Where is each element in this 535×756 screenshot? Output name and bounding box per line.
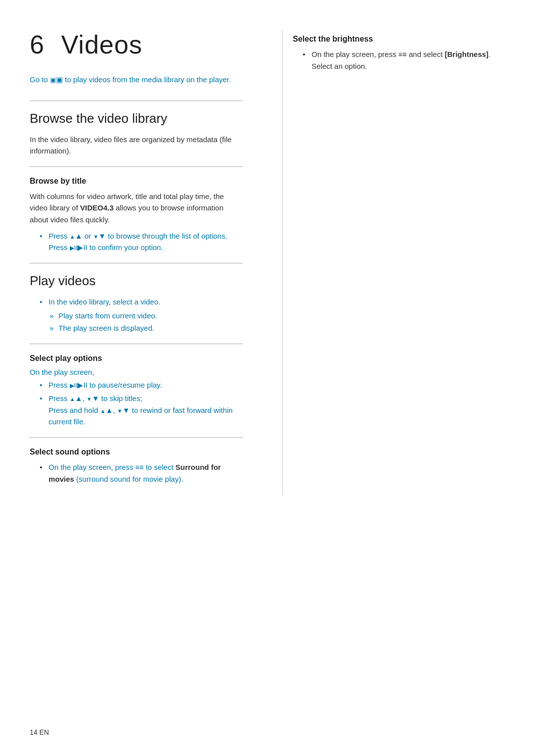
play-videos-sublist: Play starts from current video. The play… <box>40 310 243 334</box>
up-icon-2: ▲ <box>70 394 83 403</box>
brightness-label: [Brightness] <box>445 50 488 58</box>
browse-by-title-list: Press ▲ or ▼ to browse through the list … <box>30 230 243 253</box>
divider-2 <box>30 166 243 167</box>
play-videos-title: Play videos <box>30 273 243 289</box>
on-play-screen-label: On the play screen, <box>30 368 243 376</box>
play-pause-icon: ▶II <box>70 243 88 252</box>
down-icon-3: ▼ <box>117 406 130 414</box>
play-opt2-comma: , <box>82 394 86 403</box>
play-sub-item-2: The play screen is displayed. <box>50 322 243 334</box>
product-name: VIDEO4.3 <box>80 203 114 212</box>
up-icon-3: ▲ <box>100 406 113 414</box>
play-options-list: Press ▶II to pause/resume play. Press ▲,… <box>30 379 243 427</box>
select-brightness-section: Select the brightness On the play screen… <box>293 35 505 72</box>
browse-by-title-body: With columns for video artwork, title an… <box>30 191 243 225</box>
intro-paragraph: Go to ▣ to play videos from the media li… <box>30 74 243 86</box>
browse-by-title-block: Browse by title With columns for video a… <box>30 177 243 253</box>
library-icon: ▣ <box>50 75 63 84</box>
browse-bullet-prefix: Press <box>49 232 70 240</box>
chapter-name: Videos <box>61 30 142 59</box>
sound-options-list: On the play screen, press ≡ to select Su… <box>30 461 243 485</box>
brightness-list: On the play screen, press ≡ and select [… <box>293 49 505 72</box>
browse-description: In the video library, video files are or… <box>30 134 243 157</box>
brightness-middle: and select <box>407 50 445 58</box>
play-pause-icon-2: ▶II <box>70 381 88 389</box>
down-icon: ▼ <box>93 232 106 240</box>
play-opt2-suffix: to skip titles; <box>99 394 142 403</box>
play-opt2-prefix: Press <box>49 394 70 403</box>
select-sound-options-heading: Select sound options <box>30 448 243 456</box>
select-brightness-heading: Select the brightness <box>293 35 505 44</box>
browse-video-library-title: Browse the video library <box>30 111 243 126</box>
browse-bullet-item: Press ▲ or ▼ to browse through the list … <box>40 230 243 253</box>
divider-4 <box>30 344 243 344</box>
play-videos-list: In the video library, select a video. Pl… <box>30 296 243 334</box>
divider-3 <box>30 263 243 263</box>
brightness-prefix: On the play screen, press <box>312 50 398 58</box>
up-icon: ▲ <box>70 232 83 240</box>
sound-option-item: On the play screen, press ≡ to select Su… <box>40 461 243 485</box>
left-column: 6 Videos Go to ▣ to play videos from the… <box>30 30 253 495</box>
brightness-item: On the play screen, press ≡ and select [… <box>303 49 505 72</box>
sound-opt-middle: to select <box>144 463 175 471</box>
browse-bullet-suffix: to confirm your option. <box>88 243 163 252</box>
play-opt1-suffix: to pause/resume play. <box>88 381 162 389</box>
play-option-1: Press ▶II to pause/resume play. <box>40 379 243 391</box>
divider-1 <box>30 101 243 101</box>
intro-suffix: to play videos from the media library on… <box>65 75 231 84</box>
menu-icon: ≡ <box>135 463 144 471</box>
down-icon-2: ▼ <box>87 394 100 403</box>
page-layout: 6 Videos Go to ▣ to play videos from the… <box>30 30 505 495</box>
play-opt1-prefix: Press <box>49 381 70 389</box>
play-sub-item-1: Play starts from current video. <box>50 310 243 321</box>
press-hold-text: Press and hold <box>49 406 100 414</box>
intro-prefix: Go to <box>30 75 50 84</box>
play-videos-section: Play videos In the video library, select… <box>30 273 243 334</box>
sound-opt-prefix: On the play screen, press <box>49 463 135 471</box>
right-column: Select the brightness On the play screen… <box>282 30 505 495</box>
select-play-options-section: Select play options On the play screen, … <box>30 354 243 427</box>
page-footer: 14 EN <box>30 728 49 736</box>
play-videos-item-1: In the video library, select a video. <box>40 296 243 307</box>
sound-opt-suffix: (surround sound for movie play). <box>74 475 183 483</box>
play-option-2: Press ▲, ▼ to skip titles; Press and hol… <box>40 393 243 427</box>
menu-icon-2: ≡ <box>398 50 407 58</box>
divider-5 <box>30 437 243 438</box>
chapter-number: 6 <box>30 30 45 59</box>
select-play-options-heading: Select play options <box>30 354 243 363</box>
play-videos-bullet-1: In the video library, select a video. <box>49 298 160 306</box>
chapter-title: 6 Videos <box>30 30 243 59</box>
browse-bullet-or: or <box>82 232 93 240</box>
browse-by-title-heading: Browse by title <box>30 177 243 186</box>
select-sound-options-section: Select sound options On the play screen,… <box>30 448 243 485</box>
browse-video-library-section: Browse the video library In the video li… <box>30 111 243 253</box>
